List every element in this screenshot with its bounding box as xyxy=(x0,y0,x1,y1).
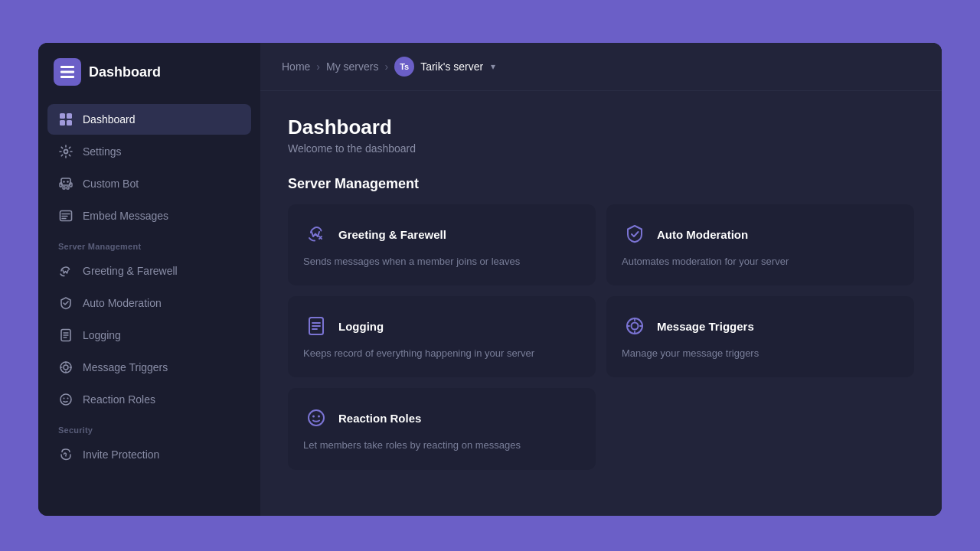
svg-point-31 xyxy=(67,398,69,399)
logo-text: Dashboard xyxy=(89,64,161,80)
sidebar-item-custom-bot[interactable]: Custom Bot xyxy=(47,168,251,199)
reaction-roles-icon xyxy=(58,392,74,407)
sidebar-item-embed-messages-label: Embed Messages xyxy=(83,210,168,222)
sidebar-item-auto-mod-label: Auto Moderation xyxy=(83,297,162,309)
message-triggers-card-icon xyxy=(622,313,648,339)
card-desc-auto-mod: Automates moderation for your server xyxy=(622,255,899,269)
svg-rect-6 xyxy=(67,120,72,126)
sidebar: Dashboard Dashboard xyxy=(38,43,260,516)
settings-icon xyxy=(58,144,74,159)
card-header-logging: Logging xyxy=(303,313,580,339)
breadcrumb: Home › My servers › Ts Tarik's server ▾ xyxy=(282,57,495,77)
svg-rect-0 xyxy=(60,66,74,68)
server-management-label: Server Management xyxy=(38,231,260,256)
svg-rect-12 xyxy=(67,187,69,189)
card-header-auto-mod: Auto Moderation xyxy=(622,221,899,247)
breadcrumb-current-server: Ts Tarik's server ▾ xyxy=(394,57,495,77)
svg-point-24 xyxy=(64,365,68,370)
card-greeting-farewell[interactable]: Greeting & Farewell Sends messages when … xyxy=(288,204,596,285)
sidebar-item-greeting[interactable]: Greeting & Farewell xyxy=(47,256,251,286)
page-title: Dashboard xyxy=(288,116,914,139)
logging-icon xyxy=(58,328,74,343)
main-content: Home › My servers › Ts Tarik's server ▾ … xyxy=(260,43,942,516)
svg-point-7 xyxy=(64,150,68,154)
svg-point-37 xyxy=(632,323,639,330)
card-title-logging: Logging xyxy=(338,320,384,333)
card-title-greeting: Greeting & Farewell xyxy=(338,228,446,241)
card-title-reaction-roles: Reaction Roles xyxy=(338,412,421,425)
server-management-section-title: Server Management xyxy=(288,176,914,192)
svg-point-14 xyxy=(67,181,68,182)
sidebar-item-settings[interactable]: Settings xyxy=(47,136,251,167)
security-label: Security xyxy=(38,415,260,439)
card-desc-message-triggers: Manage your message triggers xyxy=(622,347,899,360)
sidebar-security-nav: Invite Protection xyxy=(38,439,260,470)
svg-rect-8 xyxy=(61,178,70,185)
embed-messages-icon xyxy=(58,208,74,223)
sidebar-item-settings-label: Settings xyxy=(83,145,122,158)
sidebar-item-dashboard-label: Dashboard xyxy=(83,113,136,126)
dashboard-icon xyxy=(58,112,74,127)
message-triggers-icon xyxy=(58,360,74,375)
card-desc-greeting: Sends messages when a member joins or le… xyxy=(303,255,580,269)
svg-rect-3 xyxy=(60,113,65,119)
svg-rect-2 xyxy=(60,76,74,78)
svg-rect-11 xyxy=(63,187,65,189)
card-header-reaction-roles: Reaction Roles xyxy=(303,405,580,431)
svg-point-30 xyxy=(64,398,65,399)
page-subtitle: Welcome to the dashboard xyxy=(288,142,914,155)
custom-bot-icon xyxy=(58,176,74,191)
app-container: Dashboard Dashboard xyxy=(38,43,942,516)
sidebar-server-management-nav: Greeting & Farewell Auto Moderation xyxy=(38,256,260,415)
sidebar-item-message-triggers-label: Message Triggers xyxy=(83,361,168,373)
svg-point-13 xyxy=(63,181,64,182)
sidebar-item-logging-label: Logging xyxy=(83,329,121,341)
card-reaction-roles[interactable]: Reaction Roles Let members take roles by… xyxy=(288,388,596,469)
sidebar-item-embed-messages[interactable]: Embed Messages xyxy=(47,201,251,231)
card-logging[interactable]: Logging Keeps record of everything happe… xyxy=(288,296,596,377)
invite-protection-icon xyxy=(58,447,74,462)
reaction-roles-card-icon xyxy=(303,405,329,431)
breadcrumb-sep-2: › xyxy=(384,60,388,73)
sidebar-item-invite-protection[interactable]: Invite Protection xyxy=(47,439,251,470)
sidebar-item-auto-mod[interactable]: Auto Moderation xyxy=(47,288,251,318)
cards-grid: Greeting & Farewell Sends messages when … xyxy=(288,204,914,470)
svg-rect-1 xyxy=(60,71,74,73)
sidebar-item-custom-bot-label: Custom Bot xyxy=(83,178,139,190)
sidebar-item-invite-protection-label: Invite Protection xyxy=(83,448,159,461)
sidebar-item-dashboard[interactable]: Dashboard xyxy=(47,104,251,135)
server-name: Tarik's server xyxy=(420,60,483,73)
card-message-triggers[interactable]: Message Triggers Manage your message tri… xyxy=(606,296,914,377)
greeting-icon xyxy=(58,263,74,279)
svg-rect-4 xyxy=(67,113,72,119)
breadcrumb-sep-1: › xyxy=(316,60,320,73)
sidebar-item-message-triggers[interactable]: Message Triggers xyxy=(47,352,251,383)
card-auto-moderation[interactable]: Auto Moderation Automates moderation for… xyxy=(606,204,914,285)
logging-card-icon xyxy=(303,313,329,339)
auto-mod-icon xyxy=(58,295,74,311)
svg-point-42 xyxy=(309,410,324,425)
card-title-message-triggers: Message Triggers xyxy=(657,320,754,333)
sidebar-item-greeting-label: Greeting & Farewell xyxy=(83,265,178,277)
breadcrumb-my-servers[interactable]: My servers xyxy=(326,60,378,73)
content-area: Dashboard Welcome to the dashboard Serve… xyxy=(260,91,942,516)
breadcrumb-home[interactable]: Home xyxy=(282,60,310,73)
sidebar-logo: Dashboard xyxy=(38,58,260,104)
card-desc-logging: Keeps record of everything happening in … xyxy=(303,347,580,360)
svg-point-44 xyxy=(318,416,320,418)
topbar: Home › My servers › Ts Tarik's server ▾ xyxy=(260,43,942,91)
card-desc-reaction-roles: Let members take roles by reacting on me… xyxy=(303,439,580,452)
card-header-greeting: Greeting & Farewell xyxy=(303,221,580,247)
logo-icon xyxy=(54,58,81,86)
server-avatar: Ts xyxy=(394,57,414,77)
auto-moderation-card-icon xyxy=(622,221,648,247)
sidebar-item-reaction-roles-label: Reaction Roles xyxy=(83,393,155,406)
sidebar-item-reaction-roles[interactable]: Reaction Roles xyxy=(47,384,251,415)
svg-rect-5 xyxy=(60,120,65,126)
chevron-down-icon[interactable]: ▾ xyxy=(491,61,495,72)
greeting-farewell-card-icon xyxy=(303,221,329,247)
sidebar-item-logging[interactable]: Logging xyxy=(47,320,251,350)
svg-point-43 xyxy=(312,416,315,418)
card-header-message-triggers: Message Triggers xyxy=(622,313,899,339)
sidebar-main-nav: Dashboard Settings xyxy=(38,104,260,231)
